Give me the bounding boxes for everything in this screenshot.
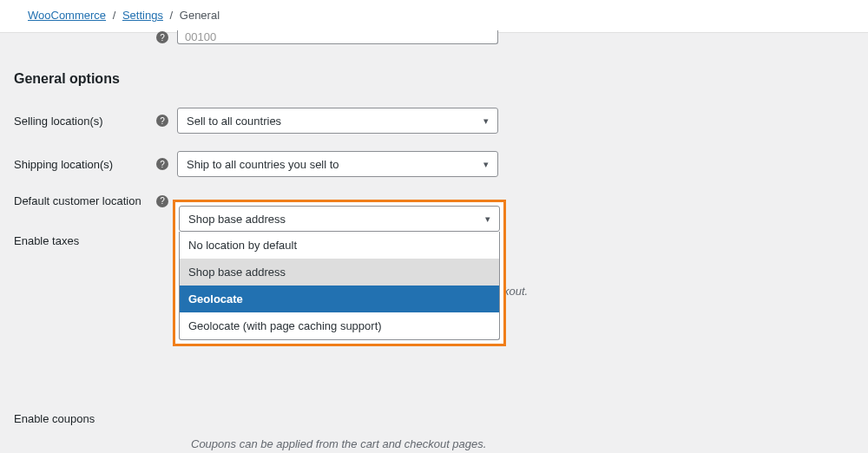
coupons-description: Coupons can be applied from the cart and… [191,437,854,450]
option-no-location[interactable]: No location by default [180,232,499,259]
help-icon[interactable]: ? [156,195,168,207]
header-bar: WooCommerce / Settings / General [0,0,868,33]
postcode-input[interactable]: 00100 [177,30,498,44]
shipping-location-row: Shipping location(s) ? Ship to all count… [14,142,854,186]
breadcrumb-sep: / [113,9,116,22]
breadcrumb: WooCommerce / Settings / General [28,9,840,22]
default-location-label: Default customer location [14,194,141,207]
selling-location-row: Selling location(s) ? Sell to all countr… [14,99,854,142]
breadcrumb-settings[interactable]: Settings [122,9,163,22]
enable-taxes-label: Enable taxes [14,234,79,247]
enable-coupons-row: Enable coupons [14,402,854,434]
option-geolocate-cache[interactable]: Geolocate (with page caching support) [180,312,499,339]
section-title-general-options: General options [14,71,854,87]
selling-location-label: Selling location(s) [14,115,103,128]
selling-location-select[interactable]: Sell to all countries ▾ [177,108,498,134]
select-value: Sell to all countries [187,115,483,128]
default-location-dropdown: No location by default Shop base address… [179,232,500,340]
shipping-location-select[interactable]: Ship to all countries you sell to ▾ [177,151,498,177]
postcode-row-partial: ? 00100 [14,30,854,45]
help-icon[interactable]: ? [156,115,168,127]
option-shop-base[interactable]: Shop base address [180,259,499,286]
select-value: Ship to all countries you sell to [187,158,483,171]
chevron-down-icon: ▾ [483,159,489,170]
select-value: Shop base address [188,213,485,226]
default-location-highlight: Shop base address ▾ No location by defau… [173,200,506,346]
enable-coupons-label: Enable coupons [14,412,95,425]
chevron-down-icon: ▾ [483,115,489,127]
help-icon[interactable]: ? [156,31,168,43]
chevron-down-icon: ▾ [485,213,490,225]
help-icon[interactable]: ? [156,158,168,170]
option-geolocate[interactable]: Geolocate [180,286,499,312]
shipping-location-label: Shipping location(s) [14,158,113,171]
taxes-description-fragment: kout. [503,285,528,298]
breadcrumb-current: General [180,9,220,22]
breadcrumb-woocommerce[interactable]: WooCommerce [28,9,106,22]
default-location-select[interactable]: Shop base address ▾ [179,206,500,232]
breadcrumb-sep: / [170,9,174,22]
